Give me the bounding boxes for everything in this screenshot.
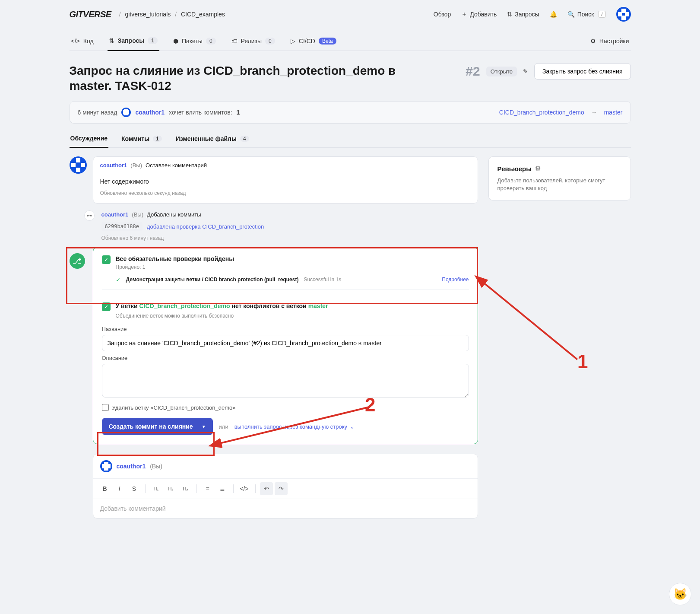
nav-requests[interactable]: ⇅ Запросы	[507, 11, 539, 18]
tab-code[interactable]: </>Код	[70, 33, 95, 51]
tb-code[interactable]: </>	[238, 482, 251, 495]
comment-avatar	[70, 156, 87, 174]
avatar[interactable]	[616, 7, 631, 22]
code-icon: </>	[71, 38, 80, 45]
tb-ol[interactable]: ≣	[216, 482, 229, 495]
summary-from-branch[interactable]: CICD_branch_protection_demo	[499, 109, 584, 116]
commit-message-link[interactable]: добавлена проверка CICD_branch_protectio…	[147, 223, 264, 230]
summary-avatar	[121, 108, 131, 117]
conflict-subtitle: Объединение веток можно выполнить безопа…	[116, 313, 469, 319]
tb-h1[interactable]: H₁	[150, 482, 163, 495]
delete-branch-checkbox-label[interactable]: Удалить ветку «CICD_branch_protection_de…	[102, 404, 469, 411]
check-tick-icon: ✓	[116, 276, 121, 283]
conflict-branch-to: master	[308, 302, 328, 309]
editor-author[interactable]: coauthor1	[117, 463, 146, 470]
reviewers-desc: Добавьте пользователей, которые смогут п…	[497, 177, 622, 192]
tb-h2[interactable]: H₂	[165, 482, 177, 495]
checks-subtitle: Пройдено: 1	[116, 264, 234, 270]
tab-releases[interactable]: 🏷Релизы0	[230, 33, 277, 51]
summary-to-branch[interactable]: master	[604, 109, 623, 116]
commit-author[interactable]: coauthor1	[101, 211, 129, 218]
check-details-link[interactable]: Подробнее	[442, 277, 469, 283]
logo[interactable]: GITVERSE	[70, 10, 111, 19]
svg-line-0	[482, 282, 577, 359]
play-icon: ▷	[291, 38, 295, 45]
settings-icon: ⚙	[590, 38, 596, 45]
delete-branch-checkbox[interactable]	[102, 404, 109, 411]
breadcrumb-org[interactable]: gitverse_tutorials	[125, 11, 171, 18]
tab-settings[interactable]: ⚙Настройки	[589, 33, 631, 51]
merge-name-label: Название	[102, 326, 469, 332]
gear-icon[interactable]: ⚙	[535, 165, 541, 172]
subtab-commits[interactable]: Коммиты1	[120, 130, 163, 147]
summary-author[interactable]: coauthor1	[135, 109, 165, 116]
tb-redo[interactable]: ↷	[275, 482, 288, 495]
commit-updated: Обновлено 6 минут назад	[101, 235, 478, 241]
conflict-branch-from: CICD_branch_protection_demo	[139, 302, 230, 309]
check-status: Successful in 1s	[304, 277, 341, 283]
tb-undo[interactable]: ↶	[260, 482, 273, 495]
close-pr-button[interactable]: Закрыть запрос без слияния	[534, 63, 630, 80]
pr-summary: 6 минут назад coauthor1 хочет влить комм…	[70, 101, 631, 124]
comment-editor: coauthor1 (Вы) B I S H₁ H₂ H₃ ≡ ≣ </>	[93, 454, 478, 519]
tb-italic[interactable]: I	[113, 482, 126, 495]
merge-name-input[interactable]	[102, 335, 469, 351]
nav-add[interactable]: ＋ Добавить	[461, 10, 497, 18]
check-passed-icon: ✓	[102, 255, 111, 264]
comment-body: Нет содержимого	[100, 178, 471, 185]
pr-status-badge: Открыто	[486, 67, 517, 76]
tb-strike[interactable]: S	[128, 482, 141, 495]
tab-cicd[interactable]: ▷CI/CDBeta	[289, 33, 338, 51]
tab-packages[interactable]: ⬢Пакеты0	[171, 33, 218, 51]
tag-icon: 🏷	[231, 38, 238, 45]
subtab-discussion[interactable]: Обсуждение	[70, 130, 109, 148]
svg-text:1: 1	[577, 351, 588, 372]
editor-avatar	[100, 460, 112, 472]
summary-time: 6 минут назад	[78, 109, 117, 116]
merge-desc-label: Описание	[102, 355, 469, 361]
edit-icon[interactable]: ✎	[523, 68, 528, 75]
breadcrumb-repo[interactable]: CICD_examples	[181, 11, 225, 18]
pr-number: #2	[466, 64, 480, 79]
tab-requests[interactable]: ⇅Запросы1	[108, 33, 159, 51]
tb-bold[interactable]: B	[98, 482, 111, 495]
checks-title: Все обязательные проверки пройдены	[116, 255, 234, 262]
tb-h3[interactable]: H₃	[179, 482, 192, 495]
merge-gutter-icon: ⎇	[70, 253, 85, 269]
comment-author[interactable]: coauthor1	[100, 162, 127, 169]
check-name: Демонстрация защиты ветки / CICD branch …	[126, 277, 299, 283]
arrow-right-icon: →	[591, 109, 597, 116]
editor-toolbar: B I S H₁ H₂ H₃ ≡ ≣ </> ↶ ↷	[93, 478, 478, 499]
pr-title: Запрос на слияние из CICD_branch_protect…	[70, 63, 415, 93]
reviewers-panel: Ревьюеры ⚙ Добавьте пользователей, котор…	[488, 156, 631, 200]
editor-placeholder[interactable]: Добавить комментарий	[100, 505, 471, 512]
breadcrumb: / gitverse_tutorials / CICD_examples	[117, 11, 225, 18]
create-merge-commit-button[interactable]: Создать коммит на слияние▼	[102, 418, 213, 435]
caret-down-icon: ▼	[202, 424, 206, 429]
nav-notifications-icon[interactable]: 🔔	[550, 11, 557, 18]
subtab-files[interactable]: Измененные файлы4	[175, 130, 250, 147]
commit-hash[interactable]: 6299ba6188e	[101, 222, 143, 231]
comment-updated: Обновлено несколько секунд назад	[100, 190, 471, 196]
nav-overview[interactable]: Обзор	[434, 11, 451, 18]
merge-desc-textarea[interactable]	[102, 364, 469, 398]
tb-ul[interactable]: ≡	[201, 482, 214, 495]
merge-icon: ⇅	[109, 37, 114, 44]
chevron-down-icon: ⌄	[350, 423, 355, 430]
comment-card: coauthor1 (Вы) Оставлен комментарий Нет …	[93, 156, 478, 204]
cli-merge-link[interactable]: выполнить запрос через командную строку …	[234, 423, 355, 430]
package-icon: ⬢	[173, 38, 178, 45]
no-conflict-icon: ✓	[102, 302, 111, 311]
commit-icon: ⊶	[84, 210, 95, 221]
annotation-arrow-1: 1	[478, 277, 590, 372]
nav-search[interactable]: 🔍 Поиск/	[567, 11, 606, 18]
